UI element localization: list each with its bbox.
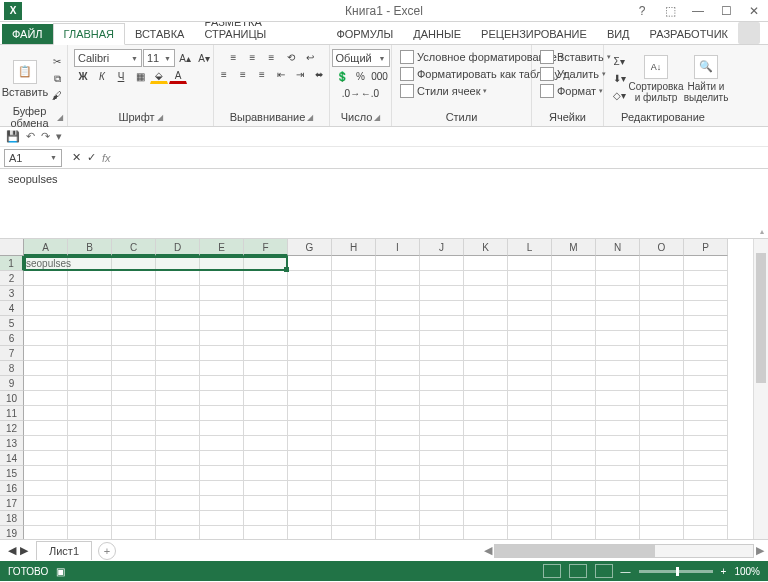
decrease-indent-icon[interactable]: ⇤ [272,66,290,82]
tab-file[interactable]: ФАЙЛ [2,24,53,44]
cell[interactable] [288,496,332,511]
cell[interactable] [112,511,156,526]
cell[interactable] [332,391,376,406]
cell[interactable] [200,526,244,539]
cell[interactable] [332,346,376,361]
cell[interactable] [24,286,68,301]
zoom-level[interactable]: 100% [734,566,760,577]
cell[interactable] [508,391,552,406]
wrap-text-icon[interactable]: ↩ [301,49,319,65]
row-header[interactable]: 18 [0,511,24,526]
align-middle-icon[interactable]: ≡ [244,49,262,65]
cell[interactable] [508,526,552,539]
cell[interactable] [376,451,420,466]
cell[interactable] [420,301,464,316]
cell[interactable] [552,346,596,361]
column-header[interactable]: E [200,239,244,256]
cell[interactable] [156,436,200,451]
cell[interactable] [156,496,200,511]
tab-review[interactable]: РЕЦЕНЗИРОВАНИЕ [471,24,597,44]
cell[interactable] [640,436,684,451]
cell[interactable] [68,256,112,271]
cell[interactable] [376,436,420,451]
cell[interactable] [640,451,684,466]
cell[interactable] [420,361,464,376]
dialog-launcher-icon[interactable]: ◢ [57,113,63,122]
align-top-icon[interactable]: ≡ [225,49,243,65]
cell[interactable] [464,316,508,331]
row-header[interactable]: 12 [0,421,24,436]
ribbon-options-icon[interactable]: ⬚ [656,1,684,21]
cell[interactable] [288,526,332,539]
cell[interactable] [420,256,464,271]
italic-button[interactable]: К [93,68,111,84]
fill-icon[interactable]: ⬇▾ [610,71,628,87]
cell[interactable] [684,436,728,451]
cell[interactable] [552,421,596,436]
column-header[interactable]: P [684,239,728,256]
cell[interactable] [288,391,332,406]
cell[interactable] [376,421,420,436]
cell[interactable] [596,391,640,406]
formula-input[interactable]: seopulses ▴ [0,169,768,239]
cell[interactable] [112,481,156,496]
column-header[interactable]: F [244,239,288,256]
cell[interactable] [684,421,728,436]
cell[interactable] [640,376,684,391]
cell[interactable] [376,316,420,331]
align-center-icon[interactable]: ≡ [234,66,252,82]
cell[interactable] [508,451,552,466]
cell[interactable] [24,526,68,539]
cell[interactable] [508,286,552,301]
cell[interactable] [200,376,244,391]
cell[interactable] [640,481,684,496]
cell[interactable] [244,271,288,286]
format-cells-button[interactable]: Формат▾ [538,83,605,99]
qat-customize-icon[interactable]: ▾ [56,130,62,143]
cell[interactable] [112,466,156,481]
cell[interactable] [596,331,640,346]
orientation-icon[interactable]: ⟲ [282,49,300,65]
paste-button[interactable]: 📋 Вставить [4,58,46,100]
cell[interactable] [596,481,640,496]
cell[interactable] [640,331,684,346]
cell[interactable] [332,286,376,301]
font-size-dropdown[interactable]: 11▼ [143,49,175,67]
cell[interactable] [376,391,420,406]
align-right-icon[interactable]: ≡ [253,66,271,82]
cell[interactable] [112,451,156,466]
formula-collapse-icon[interactable]: ▴ [760,227,764,236]
increase-indent-icon[interactable]: ⇥ [291,66,309,82]
sheet-nav-prev-icon[interactable]: ◀ [8,544,16,557]
cell[interactable] [552,316,596,331]
cell[interactable] [156,331,200,346]
column-header[interactable]: J [420,239,464,256]
cell[interactable] [464,271,508,286]
hscroll-right-icon[interactable]: ▶ [756,544,764,557]
sheet-nav-next-icon[interactable]: ▶ [20,544,28,557]
cell[interactable] [464,256,508,271]
tab-data[interactable]: ДАННЫЕ [403,24,471,44]
cell[interactable] [552,376,596,391]
cell[interactable] [640,361,684,376]
cell[interactable] [332,451,376,466]
cell[interactable] [112,406,156,421]
cell[interactable] [24,481,68,496]
cell[interactable] [68,286,112,301]
cell[interactable] [640,526,684,539]
cell[interactable] [24,346,68,361]
cell[interactable] [552,481,596,496]
cell[interactable] [112,496,156,511]
cell[interactable] [420,391,464,406]
select-all-corner[interactable] [0,239,24,256]
cell[interactable] [244,361,288,376]
cell[interactable] [376,361,420,376]
cell[interactable] [464,466,508,481]
column-header[interactable]: I [376,239,420,256]
cell[interactable] [420,346,464,361]
cell[interactable] [420,376,464,391]
cell[interactable] [68,481,112,496]
cell[interactable] [24,361,68,376]
cell[interactable] [684,301,728,316]
cell[interactable] [68,361,112,376]
